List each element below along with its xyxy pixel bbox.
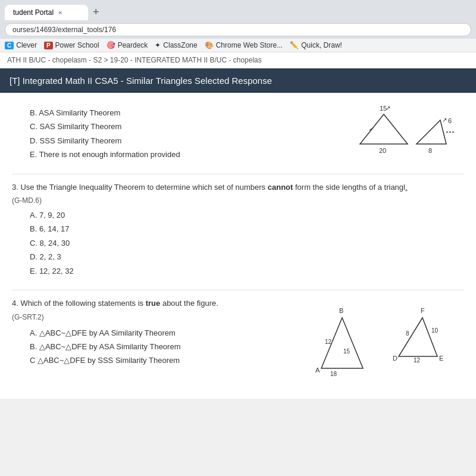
- tab-bar: tudent Portal × +: [0, 0, 476, 21]
- active-tab[interactable]: tudent Portal ×: [5, 5, 88, 20]
- svg-text:↗: ↗: [442, 117, 447, 123]
- q3-choice-d: D. 2, 2, 3: [30, 250, 464, 264]
- q3-choice-c: C. 8, 24, 30: [30, 236, 464, 250]
- svg-text:8: 8: [428, 147, 432, 154]
- bookmark-peardeck[interactable]: 🎯 Peardeck: [107, 41, 148, 49]
- bookmark-classzone-label: ClassZone: [163, 41, 197, 49]
- q4-choices-col: 4. Which of the following statements is …: [12, 298, 309, 368]
- q2-choice-d: D. SSS Similarity Theorem: [30, 134, 345, 148]
- svg-text:15: 15: [343, 348, 350, 355]
- address-bar: ourses/14693/external_tools/176: [0, 21, 476, 39]
- bookmark-quick-draw[interactable]: ✏️ Quick, Draw!: [290, 41, 342, 49]
- q3-number: 3.: [12, 183, 20, 192]
- content-area: B. ASA Similarity Theorem C. SAS Similar…: [0, 93, 476, 399]
- bookmark-chrome-web[interactable]: 🎨 Chrome Web Store...: [205, 41, 283, 49]
- q3-choice-a: A. 7, 9, 20: [30, 208, 464, 222]
- q3-bold: cannot: [268, 183, 293, 192]
- powerschool-icon: P: [44, 42, 53, 49]
- svg-text:D: D: [393, 355, 397, 362]
- tab-label: tudent Portal: [13, 8, 54, 17]
- page-header: [T] Integrated Math II CSA5 - Similar Tr…: [0, 68, 476, 93]
- q2-triangles-svg: 15 ↗ 6 ↗ 20 8: [348, 102, 461, 156]
- bookmark-powerschool[interactable]: P Power School: [44, 41, 99, 49]
- q2-diagram: 15 ↗ 6 ↗ 20 8: [345, 102, 464, 156]
- question-3-section: 3. Use the Triangle Inequality Theorem t…: [12, 181, 464, 278]
- q3-choice-b: B. 6, 14, 17: [30, 222, 464, 236]
- svg-text:12: 12: [414, 357, 421, 364]
- q4-row: 4. Which of the following statements is …: [12, 298, 464, 377]
- breadcrumb: ATH II B/UC - chopelasm - S2 > 19-20 - I…: [0, 52, 476, 68]
- q2-choice-e: E. There is not enough information provi…: [30, 148, 345, 161]
- svg-text:18: 18: [330, 371, 337, 377]
- quick-draw-icon: ✏️: [290, 41, 299, 49]
- q4-bold: true: [146, 299, 161, 308]
- q4-choice-c: C △ABC~△DFE by SSS Similarity Theorem: [30, 353, 309, 367]
- bookmark-quick-draw-label: Quick, Draw!: [301, 41, 342, 49]
- q2-choices: B. ASA Similarity Theorem C. SAS Similar…: [12, 102, 345, 162]
- divider-1: [12, 174, 464, 174]
- q3-choice-e: E. 12, 22, 32: [30, 264, 464, 278]
- question-2-section: B. ASA Similarity Theorem C. SAS Similar…: [12, 102, 464, 162]
- q4-number: 4.: [12, 299, 20, 308]
- browser-chrome: tudent Portal × + ourses/14693/external_…: [0, 0, 476, 52]
- svg-text:F: F: [421, 307, 425, 314]
- svg-text:↗: ↗: [386, 105, 390, 111]
- tab-close-button[interactable]: ×: [58, 9, 62, 16]
- svg-text:A: A: [315, 367, 320, 374]
- q2-choice-b: B. ASA Similarity Theorem: [30, 106, 345, 120]
- svg-marker-0: [360, 114, 408, 144]
- clever-icon: C: [5, 42, 14, 49]
- svg-text:12: 12: [325, 339, 332, 345]
- bookmark-classzone[interactable]: ✦ ClassZone: [155, 41, 197, 49]
- bookmark-chrome-web-label: Chrome Web Store...: [216, 41, 283, 49]
- q2-row: B. ASA Similarity Theorem C. SAS Similar…: [12, 102, 464, 162]
- peardeck-icon: 🎯: [107, 41, 115, 49]
- q4-choice-b: B. △ABC~△DFE by ASA Similarity Theorem: [30, 340, 309, 353]
- new-tab-button[interactable]: +: [88, 4, 104, 21]
- chrome-web-icon: 🎨: [205, 41, 214, 49]
- q4-answer-choices: A. △ABC~△DFE by AA Similarity Theorem B.…: [30, 326, 309, 368]
- svg-marker-11: [399, 318, 437, 356]
- q2-answer-choices: B. ASA Similarity Theorem C. SAS Similar…: [30, 106, 345, 162]
- svg-marker-1: [416, 120, 446, 144]
- q4-tag: (G-SRT.2): [12, 313, 309, 321]
- url-input[interactable]: ourses/14693/external_tools/176: [5, 23, 471, 36]
- q3-tag: (G-MD.6): [12, 196, 464, 205]
- q4-triangles-svg: B A 12 15 18 F D E 8 10 12: [312, 300, 461, 377]
- bookmark-clever[interactable]: C Clever: [5, 41, 37, 49]
- bookmark-powerschool-label: Power School: [55, 41, 99, 49]
- divider-2: [12, 290, 464, 290]
- question-4-section: 4. Which of the following statements is …: [12, 298, 464, 377]
- svg-text:E: E: [439, 355, 443, 362]
- q3-answer-choices: A. 7, 9, 20 B. 6, 14, 17 C. 8, 24, 30 D.…: [30, 208, 464, 278]
- bookmark-clever-label: Clever: [16, 41, 37, 49]
- q4-choice-a: A. △ABC~△DFE by AA Similarity Theorem: [30, 326, 309, 340]
- svg-text:8: 8: [406, 330, 409, 337]
- q3-text: 3. Use the Triangle Inequality Theorem t…: [12, 181, 464, 193]
- q2-choice-c: C. SAS Similarity Theorem: [30, 120, 345, 133]
- bookmark-peardeck-label: Peardeck: [118, 41, 148, 49]
- svg-text:6: 6: [448, 117, 452, 124]
- svg-text:10: 10: [431, 327, 439, 334]
- page-title: [T] Integrated Math II CSA5 - Similar Tr…: [10, 76, 272, 86]
- q4-diagram: B A 12 15 18 F D E 8 10 12: [309, 300, 464, 377]
- svg-text:B: B: [339, 307, 343, 314]
- classzone-icon: ✦: [155, 41, 161, 49]
- bookmarks-bar: C Clever P Power School 🎯 Peardeck ✦ Cla…: [0, 39, 476, 52]
- q4-text: 4. Which of the following statements is …: [12, 298, 309, 309]
- svg-text:20: 20: [379, 147, 386, 154]
